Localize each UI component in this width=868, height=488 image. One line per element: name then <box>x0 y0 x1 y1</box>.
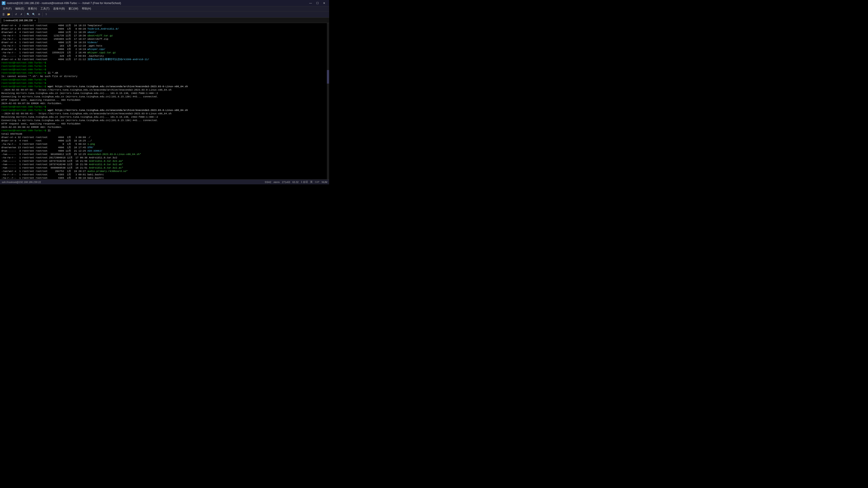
terminal-line: -rw-r--r-- 1 rootroot rootroot 4365 2月 3… <box>1 173 328 176</box>
terminal-line: Connecting to mirrors.tuna.tsinghua.edu.… <box>1 95 328 98</box>
terminal-type: xterm <box>274 181 280 184</box>
terminal-line: -rw-rw-r-- 1 rootroot rootroot 1503865 1… <box>1 37 328 41</box>
terminal-line: drwxr-xr-x 1 rootroot rootroot 4096 12月 … <box>1 41 328 44</box>
terminal-line: rootroot@rootroot-X99-Turbo:~$ ll *.sh <box>1 71 328 75</box>
terminal-line: -rw------- 1 rootroot rootroot 320 2月 3 … <box>1 55 328 58</box>
zoom-level: 63.32 <box>292 181 299 184</box>
toolbar-separator-3 <box>42 12 43 17</box>
terminal-line: -rw-r--r-- 1 rootroot rootroot 4365 2月 3… <box>1 176 328 180</box>
title-bar-controls: — ☐ ✕ <box>307 1 327 5</box>
terminal-line: total 85970188 <box>1 132 328 136</box>
terminal-line: ls: cannot access '*.sh': No such file o… <box>1 75 328 78</box>
terminal-line: drwxr-xr-x 4 root root 4096 12月 16 18:25… <box>1 139 328 142</box>
terminal-line: rootroot@rootroot-X99-Turbo:~$ wget http… <box>1 109 328 112</box>
menu-help[interactable]: 帮助(H) <box>80 6 93 11</box>
tab-label: 1 rootroot192.168.186.230 <box>3 19 33 22</box>
terminal-line: HTTP request sent, awaiting response... … <box>1 98 328 102</box>
menu-view[interactable]: 查看(V) <box>26 6 39 11</box>
terminal-line: -rw-rw-r-- 1 rootroot rootroot 0 1月 5 09… <box>1 142 328 146</box>
terminal-line: drwxr-xr-x 32 rootroot rootroot 4096 2月 … <box>1 136 328 139</box>
terminal-size: 271x63 <box>282 181 290 184</box>
terminal-line: -rwx------ 1 rootroot rootroot 669006953… <box>1 166 328 170</box>
terminal-line: -rwxrwxr-x 1 rootroot rootroot 204752 1月… <box>1 170 328 173</box>
tab-close-icon[interactable]: ✕ <box>34 19 36 22</box>
terminal-line: rootroot@rootroot-X99-Turbo:~$ <box>1 68 328 71</box>
menu-tools[interactable]: 工具(T) <box>39 6 51 11</box>
window-title: rootroot@192.168.186.230 - rootroot@root… <box>7 2 121 5</box>
terminal-line: 2024-02-03 09:08:42 ERROR 403: Forbidden… <box>1 126 328 129</box>
toolbar: 🗄 📂 ↺ ✗ 🔍 🔍 ⚙ ? <box>0 11 329 18</box>
num-indicator: NUM <box>322 181 327 184</box>
terminal-line: -rw-rw-r-- 1 rootroot rootroot 15556225 … <box>1 51 328 55</box>
terminal-line: drwx------ 3 rootroot rootroot 4096 12月 … <box>1 149 328 153</box>
menu-tabs[interactable]: 选项卡(B) <box>51 6 67 11</box>
terminal-line: Resolving mirrors.tuna.tsinghua.edu.cn (… <box>1 116 328 119</box>
open-button[interactable]: 📂 <box>6 12 11 17</box>
terminal-line: rootroot@rootroot-X99-Turbo:~$ <box>1 78 328 82</box>
terminal-line: rootroot@rootroot-X99-Turbo:~$ <box>1 61 328 65</box>
menu-file[interactable]: 文件(F) <box>1 6 13 11</box>
terminal-line: drwxr-xr-x 34 rootroot rootroot 4096 1月 … <box>1 27 328 31</box>
terminal-line: -rw-rw-r-- 1 rootroot rootroot 183 1月 26… <box>1 44 328 48</box>
terminal-line: -rw-rw-r-- 1 rootroot rootroot 281729060… <box>1 156 328 160</box>
tab-session-1[interactable]: 1 rootroot192.168.186.230 ✕ <box>1 18 38 23</box>
terminal-line: drwxrwxrwx 13 rootroot rootroot 4096 1月 … <box>1 146 328 149</box>
toolbar-separator-2 <box>25 12 25 17</box>
tab-bar: 1 rootroot192.168.186.230 ✕ <box>0 18 329 23</box>
title-bar-left: X rootroot@192.168.186.230 - rootroot@ro… <box>2 1 121 5</box>
app-icon: X <box>2 1 5 5</box>
terminal-line: rootroot@rootroot-X99-Turbo:~$ <box>1 105 328 109</box>
status-left: ssh://rootroot@192.168.186.230:22 <box>2 181 41 184</box>
session-count: 1 会话 <box>301 180 308 184</box>
connection-info: ssh://rootroot@192.168.186.230:22 <box>2 181 41 184</box>
help-button[interactable]: ? <box>43 12 49 17</box>
disconnect-button[interactable]: ✗ <box>19 12 24 17</box>
terminal-line: rootroot@rootroot-X99-Turbo:~$ <box>1 82 328 85</box>
menu-bar: 文件(F) 编辑(E) 查看(V) 工具(T) 选项卡(B) 窗口(W) 帮助(… <box>0 6 329 11</box>
zoom-out-button[interactable]: 🔍 <box>31 12 36 17</box>
terminal-line: Connecting to mirrors.tuna.tsinghua.edu.… <box>1 119 328 122</box>
terminal-line: drwxrwxr-x 5 rootroot rootroot 4096 2月 2… <box>1 48 328 51</box>
ssh-label: SSH2 <box>265 181 271 184</box>
terminal-line: -rwx------ 3 rootroot rootroot 901858012… <box>1 153 328 156</box>
terminal-line: rootroot@rootroot-X99-Turbo:~$ ll <box>1 129 328 132</box>
terminal-line: drwxr-xr-x 52 rootroot rootroot 4096 12月… <box>1 58 328 61</box>
maximize-button[interactable]: ☐ <box>314 1 320 5</box>
terminal-line: -rwx------ 1 rootroot rootroot 107374182… <box>1 160 328 163</box>
toolbar-separator-1 <box>12 12 12 17</box>
terminal-area[interactable]: drwxr-xr-x 2 rootroot rootroot 4096 12月 … <box>0 23 329 180</box>
terminal-line: HTTP request sent, awaiting response... … <box>1 122 328 126</box>
reconnect-button[interactable]: ↺ <box>13 12 18 17</box>
minimize-button[interactable]: — <box>307 1 314 5</box>
status-right: SSH2 xterm 271x63 63.32 1 会话 英 CAP NUM <box>265 180 327 184</box>
menu-edit[interactable]: 编辑(E) <box>13 6 26 11</box>
menu-window[interactable]: 窗口(W) <box>67 6 80 11</box>
scrollbar[interactable] <box>327 23 329 180</box>
terminal-line: -rw-rw-r-- 1 rootroot rootroot 1231735 1… <box>1 34 328 37</box>
scrollbar-thumb[interactable] <box>327 70 329 84</box>
terminal-line: rootroot@rootroot-X99-Turbo:~$ wget http… <box>1 85 328 88</box>
new-session-button[interactable]: 🗄 <box>1 12 6 17</box>
terminal-line: Resolving mirrors.tuna.tsinghua.edu.cn (… <box>1 92 328 95</box>
terminal-line: --2024-02-03 09:07:56-- https://mirrors.… <box>1 88 328 92</box>
terminal-line: -rwx------ 1 rootroot rootroot 107374182… <box>1 163 328 166</box>
terminal-line: --2024-02-03 09:08:41-- https://mirrors.… <box>1 112 328 116</box>
terminal-line: rootroot@rootroot-X99-Turbo:~$ <box>1 65 328 68</box>
title-bar: X rootroot@192.168.186.230 - rootroot@ro… <box>0 0 329 6</box>
cap-indicator: CAP <box>315 181 319 184</box>
terminal-line: drwxr-xr-x 2 rootroot rootroot 4096 12月 … <box>1 24 328 27</box>
terminal-line: drwxrwxr-x 4 rootroot rootroot 4096 12月 … <box>1 31 328 34</box>
settings-button[interactable]: ⚙ <box>37 12 41 17</box>
terminal-line: 2024-02-03 09:07:56 ERROR 403: Forbidden… <box>1 102 328 105</box>
close-button[interactable]: ✕ <box>321 1 327 5</box>
terminal-content: drwxr-xr-x 2 rootroot rootroot 4096 12月 … <box>1 24 328 180</box>
zoom-in-button[interactable]: 🔍 <box>26 12 31 17</box>
ime-indicator: 英 <box>310 180 313 184</box>
status-bar: ssh://rootroot@192.168.186.230:22 SSH2 x… <box>0 180 329 184</box>
